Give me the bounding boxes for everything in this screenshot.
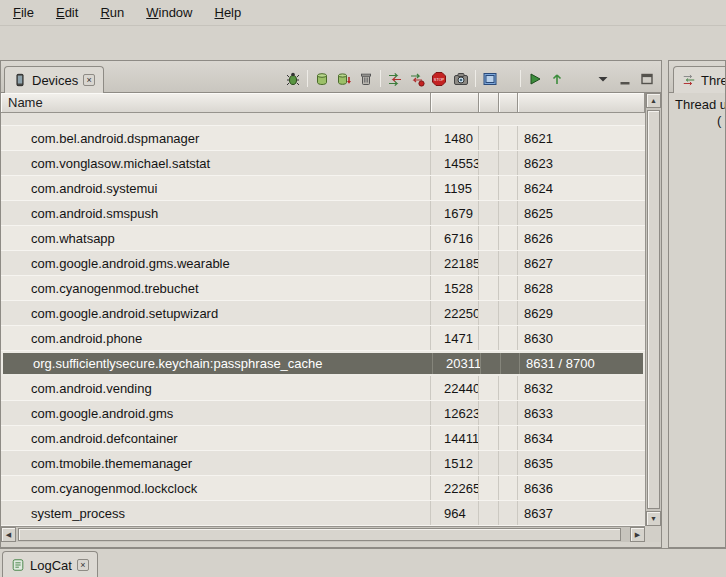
empty-cell: [479, 176, 499, 200]
empty-cell: [499, 226, 518, 250]
process-name: system_process: [1, 501, 431, 525]
empty-cell: [479, 451, 499, 475]
tab-logcat[interactable]: LogCat ×: [2, 551, 98, 577]
opengl-trace-icon[interactable]: [549, 71, 565, 87]
scroll-down-icon[interactable]: ▼: [646, 511, 661, 526]
table-row[interactable]: com.android.systemui11958624: [1, 176, 645, 201]
empty-cell: [501, 353, 520, 374]
view-menu-icon[interactable]: [595, 71, 611, 87]
tab-threads-label: Threads: [701, 73, 726, 88]
empty-cell: [499, 276, 518, 300]
scroll-left-icon[interactable]: ◀: [1, 527, 16, 542]
table-row[interactable]: com.bel.android.dspmanager14808621: [1, 126, 645, 151]
close-icon[interactable]: ×: [77, 559, 89, 571]
table-row[interactable]: com.google.android.setupwizard222508629: [1, 301, 645, 326]
horizontal-scrollbar-thumb[interactable]: [18, 528, 621, 541]
stop-process-icon[interactable]: STOP: [431, 71, 447, 87]
process-pid: 1679: [431, 201, 479, 225]
table-row[interactable]: com.android.phone14718630: [1, 326, 645, 351]
menu-help-label: elp: [224, 5, 241, 20]
table-row[interactable]: com.cyanogenmod.trebuchet15288628: [1, 276, 645, 301]
menu-help[interactable]: Help: [203, 1, 252, 24]
scroll-up-icon[interactable]: ▲: [646, 93, 661, 108]
scroll-right-icon[interactable]: ▶: [630, 527, 645, 542]
empty-cell: [499, 126, 518, 150]
table-row[interactable]: com.android.vending224408632: [1, 376, 645, 401]
process-port: 8628: [518, 276, 645, 300]
process-port: 8636: [518, 476, 645, 500]
empty-cell: [479, 426, 499, 450]
screen-capture-icon[interactable]: [453, 71, 469, 87]
capture-view-icon[interactable]: [482, 71, 498, 87]
process-port: 8626: [518, 226, 645, 250]
column-header-empty: [479, 93, 499, 113]
process-pid: 12623: [431, 401, 479, 425]
process-name: com.tmobile.thememanager: [1, 451, 431, 475]
maximize-icon[interactable]: [639, 71, 655, 87]
process-name: com.android.systemui: [1, 176, 431, 200]
minimize-icon[interactable]: [617, 71, 633, 87]
tab-devices-label: Devices: [32, 73, 78, 88]
start-tracking-icon[interactable]: [527, 71, 543, 87]
process-name: com.bel.android.dspmanager: [1, 126, 431, 150]
empty-cell: [499, 451, 518, 475]
empty-cell: [479, 201, 499, 225]
process-pid: 6716: [431, 226, 479, 250]
menu-run[interactable]: Run: [89, 1, 135, 24]
tab-devices[interactable]: Devices ×: [4, 66, 104, 93]
table-row[interactable]: com.vonglasow.michael.satstat145538623: [1, 151, 645, 176]
process-name: com.android.vending: [1, 376, 431, 400]
process-port: 8630: [518, 326, 645, 350]
process-port: 8625: [518, 201, 645, 225]
empty-cell: [479, 151, 499, 175]
empty-cell: [499, 501, 518, 525]
vertical-scrollbar[interactable]: ▲ ▼: [645, 93, 661, 526]
update-threads-icon[interactable]: [387, 71, 403, 87]
close-icon[interactable]: ×: [83, 74, 95, 86]
empty-cell: [499, 201, 518, 225]
column-header-name[interactable]: Name: [1, 93, 431, 113]
menu-edit[interactable]: Edit: [45, 1, 89, 24]
empty-cell: [479, 376, 499, 400]
table-row[interactable]: com.google.android.gms126238633: [1, 401, 645, 426]
process-name: org.sufficientlysecure.keychain:passphra…: [3, 353, 433, 374]
process-name: com.android.smspush: [1, 201, 431, 225]
start-method-profiling-icon[interactable]: [409, 71, 425, 87]
process-port: 8634: [518, 426, 645, 450]
devices-toolbar: STOP: [285, 70, 655, 87]
table-row[interactable]: com.android.defcontainer144118634: [1, 426, 645, 451]
threads-tab-bar: Threads: [669, 61, 725, 93]
table-row[interactable]: com.tmobile.thememanager15128635: [1, 451, 645, 476]
process-pid: 1480: [431, 126, 479, 150]
toolbar-separator: [475, 70, 476, 87]
process-port: 8632: [518, 376, 645, 400]
tab-threads[interactable]: Threads: [673, 66, 726, 93]
debug-process-icon[interactable]: [285, 71, 301, 87]
partial-row: [1, 113, 645, 126]
logcat-bar: LogCat ×: [0, 548, 726, 577]
toolbar-separator: [520, 70, 521, 87]
process-port: 8637: [518, 501, 645, 525]
table-row[interactable]: org.sufficientlysecure.keychain:passphra…: [1, 351, 645, 376]
empty-cell: [479, 326, 499, 350]
horizontal-scrollbar[interactable]: ◀ ▶: [1, 526, 645, 542]
menu-file[interactable]: File: [2, 1, 45, 24]
table-row[interactable]: system_process9648637: [1, 501, 645, 526]
process-name: com.android.phone: [1, 326, 431, 350]
table-row[interactable]: com.cyanogenmod.lockclock222658636: [1, 476, 645, 501]
dump-hprof-icon[interactable]: [336, 71, 352, 87]
table-row[interactable]: com.whatsapp67168626: [1, 226, 645, 251]
empty-cell: [499, 326, 518, 350]
menu-file-label: ile: [21, 5, 34, 20]
process-pid: 964: [431, 501, 479, 525]
process-pid: 22250: [431, 301, 479, 325]
process-name: com.google.android.gms.wearable: [1, 251, 431, 275]
menu-window[interactable]: Window: [135, 1, 203, 24]
update-heap-icon[interactable]: [314, 71, 330, 87]
cause-gc-icon[interactable]: [358, 71, 374, 87]
device-icon: [13, 73, 27, 87]
table-row[interactable]: com.google.android.gms.wearable221858627: [1, 251, 645, 276]
table-row[interactable]: com.android.smspush16798625: [1, 201, 645, 226]
menu-window-label: indow: [159, 5, 193, 20]
vertical-scrollbar-thumb[interactable]: [647, 110, 660, 509]
